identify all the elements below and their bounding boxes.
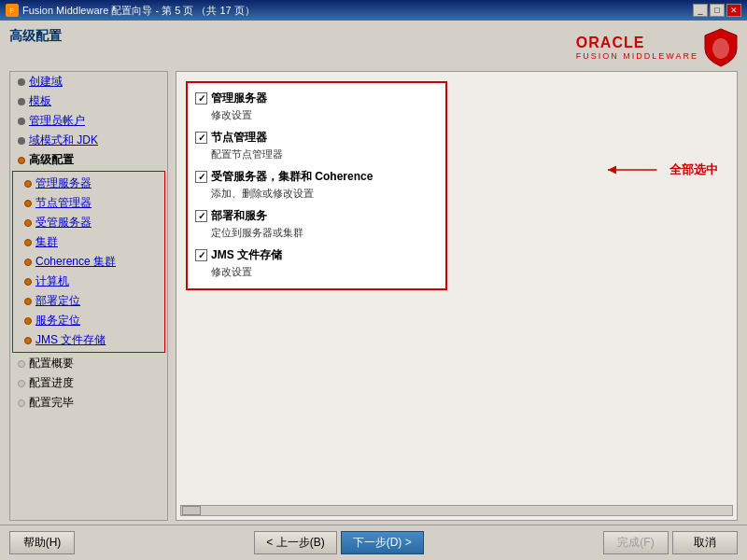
sidebar-label-coherence-cluster: Coherence 集群 <box>35 254 116 270</box>
svg-point-0 <box>712 38 729 59</box>
sidebar-dot-config-complete <box>18 399 25 407</box>
cancel-button[interactable]: 取消 <box>672 531 738 554</box>
oracle-logo-area: ORACLE FUSION MIDDLEWARE <box>576 28 738 67</box>
arrow-icon <box>608 161 664 179</box>
header-area: 高级配置 ORACLE FUSION MIDDLEWARE <box>0 21 747 71</box>
sidebar-dot-coherence-cluster <box>24 259 32 266</box>
annotation-text: 全部选中 <box>669 161 718 178</box>
right-buttons: 完成(F) 取消 <box>603 531 738 554</box>
sidebar-item-domain-mode[interactable]: 域模式和 JDK <box>10 131 167 150</box>
check-item-jms-file-store: JMS 文件存储 修改设置 <box>195 247 438 279</box>
sidebar-dot-managed-server <box>24 219 32 227</box>
annotation: 全部选中 <box>608 161 718 179</box>
sidebar-label-config-progress: 配置进度 <box>29 375 74 391</box>
oracle-text-area: ORACLE FUSION MIDDLEWARE <box>576 35 698 61</box>
check-item-jms-file-store-desc: 修改设置 <box>195 265 438 279</box>
sidebar-label-config-summary: 配置概要 <box>29 356 74 371</box>
oracle-shield-icon <box>704 28 738 67</box>
sidebar: 创建域 模板 管理员帐户 域模式和 JDK 高级配置 <box>9 71 168 521</box>
check-item-admin-server-header: 管理服务器 <box>195 91 438 106</box>
sidebar-item-jms-file-store[interactable]: JMS 文件存储 <box>13 330 164 350</box>
sidebar-item-create-domain[interactable]: 创建域 <box>10 72 167 91</box>
check-item-node-manager-label: 节点管理器 <box>211 130 267 146</box>
svg-marker-2 <box>608 166 616 175</box>
check-item-managed-server-coherence-desc: 添加、删除或修改设置 <box>195 187 438 201</box>
sidebar-label-template: 模板 <box>29 93 51 109</box>
sidebar-label-admin-account: 管理员帐户 <box>29 113 85 129</box>
next-button[interactable]: 下一步(D) > <box>341 531 424 554</box>
sidebar-label-jms-file-store: JMS 文件存储 <box>35 332 106 348</box>
sidebar-label-node-manager: 节点管理器 <box>35 195 92 211</box>
sidebar-item-advanced-config: 高级配置 <box>10 150 167 170</box>
sidebar-dot-jms-file-store <box>24 337 32 344</box>
sidebar-dot-create-domain <box>18 78 25 86</box>
check-item-node-manager-header: 节点管理器 <box>195 130 438 146</box>
sidebar-item-template[interactable]: 模板 <box>10 91 167 111</box>
check-item-managed-server-coherence-header: 受管服务器，集群和 Coherence <box>195 169 438 185</box>
check-item-admin-server-label: 管理服务器 <box>211 91 267 106</box>
sidebar-item-config-summary: 配置概要 <box>10 354 167 373</box>
main-window: 高级配置 ORACLE FUSION MIDDLEWARE 创建域 模板 <box>0 21 747 560</box>
prev-button[interactable]: < 上一步(B) <box>254 531 336 554</box>
checkbox-deployment-service[interactable] <box>195 210 207 222</box>
sidebar-item-machine[interactable]: 计算机 <box>13 272 164 291</box>
checkbox-managed-server-coherence[interactable] <box>195 171 207 183</box>
sidebar-label-managed-server: 受管服务器 <box>35 215 92 231</box>
sidebar-dot-admin-account <box>18 118 25 125</box>
sidebar-label-machine: 计算机 <box>35 273 69 289</box>
maximize-button[interactable]: □ <box>710 4 725 17</box>
oracle-sub: FUSION MIDDLEWARE <box>576 51 698 61</box>
horizontal-scrollbar[interactable] <box>180 505 733 516</box>
scrollbar-thumb[interactable] <box>182 506 201 515</box>
sidebar-label-admin-server: 管理服务器 <box>35 175 92 191</box>
sidebar-dot-admin-server <box>24 180 32 188</box>
minimize-button[interactable]: _ <box>693 4 708 17</box>
bottom-bar: 帮助(H) < 上一步(B) 下一步(D) > 完成(F) 取消 <box>0 525 747 560</box>
app-icon-text: F <box>10 7 15 15</box>
sidebar-dot-config-summary <box>18 360 25 368</box>
sidebar-label-deployment-targeting: 部署定位 <box>35 293 80 309</box>
checkbox-jms-file-store[interactable] <box>195 249 207 261</box>
finish-button[interactable]: 完成(F) <box>603 531 669 554</box>
check-item-deployment-service-label: 部署和服务 <box>211 208 267 224</box>
checkbox-node-manager[interactable] <box>195 132 207 144</box>
check-item-admin-server-desc: 修改设置 <box>195 108 438 122</box>
title-bar: F Fusion Middleware 配置向导 - 第 5 页 （共 17 页… <box>0 0 747 21</box>
sidebar-item-config-complete: 配置完毕 <box>10 393 167 413</box>
check-item-deployment-service-desc: 定位到服务器或集群 <box>195 226 438 240</box>
sidebar-item-admin-server[interactable]: 管理服务器 <box>13 174 164 193</box>
sidebar-subsection: 管理服务器 节点管理器 受管服务器 集群 Coherence 集群 <box>12 171 165 353</box>
sidebar-item-cluster[interactable]: 集群 <box>13 232 164 252</box>
close-button[interactable]: ✕ <box>726 4 741 17</box>
sidebar-dot-advanced-config <box>18 157 25 164</box>
sidebar-item-service-targeting[interactable]: 服务定位 <box>13 311 164 330</box>
checkbox-admin-server[interactable] <box>195 92 207 105</box>
check-item-managed-server-coherence-label: 受管服务器，集群和 Coherence <box>211 169 373 185</box>
sidebar-item-managed-server[interactable]: 受管服务器 <box>13 213 164 232</box>
sidebar-item-deployment-targeting[interactable]: 部署定位 <box>13 291 164 311</box>
sidebar-dot-machine <box>24 278 32 286</box>
check-item-jms-file-store-label: JMS 文件存储 <box>211 247 282 263</box>
check-item-managed-server-coherence: 受管服务器，集群和 Coherence 添加、删除或修改设置 <box>195 169 438 201</box>
sidebar-label-domain-mode: 域模式和 JDK <box>29 133 98 148</box>
title-bar-left: F Fusion Middleware 配置向导 - 第 5 页 （共 17 页… <box>6 4 255 18</box>
nav-buttons: < 上一步(B) 下一步(D) > <box>254 531 423 554</box>
check-item-node-manager: 节点管理器 配置节点管理器 <box>195 130 438 161</box>
sidebar-dot-cluster <box>24 239 32 246</box>
sidebar-label-service-targeting: 服务定位 <box>35 313 80 329</box>
sidebar-item-admin-account[interactable]: 管理员帐户 <box>10 111 167 131</box>
sidebar-label-create-domain: 创建域 <box>29 74 63 90</box>
sidebar-dot-deployment-targeting <box>24 298 32 305</box>
page-title: 高级配置 <box>9 28 62 45</box>
items-box: 管理服务器 修改设置 节点管理器 配置节点管理器 受管服务器 <box>186 81 447 290</box>
sidebar-item-node-manager[interactable]: 节点管理器 <box>13 193 164 213</box>
check-item-jms-file-store-header: JMS 文件存储 <box>195 247 438 263</box>
sidebar-label-config-complete: 配置完毕 <box>29 395 74 411</box>
sidebar-item-coherence-cluster[interactable]: Coherence 集群 <box>13 252 164 272</box>
help-button[interactable]: 帮助(H) <box>9 531 75 554</box>
oracle-brand: ORACLE <box>576 35 698 51</box>
check-item-deployment-service: 部署和服务 定位到服务器或集群 <box>195 208 438 240</box>
check-item-node-manager-desc: 配置节点管理器 <box>195 147 438 161</box>
check-item-admin-server: 管理服务器 修改设置 <box>195 91 438 122</box>
sidebar-dot-service-targeting <box>24 317 32 325</box>
